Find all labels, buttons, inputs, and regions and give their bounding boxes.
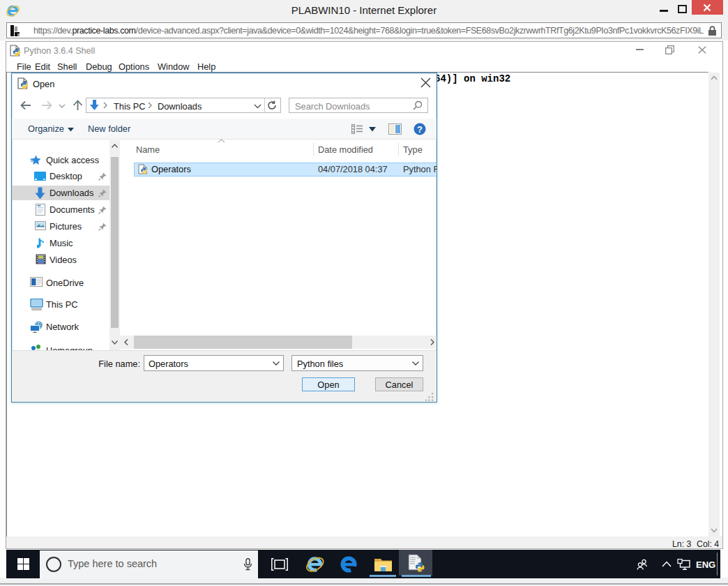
svg-text:?: ? bbox=[417, 124, 423, 135]
